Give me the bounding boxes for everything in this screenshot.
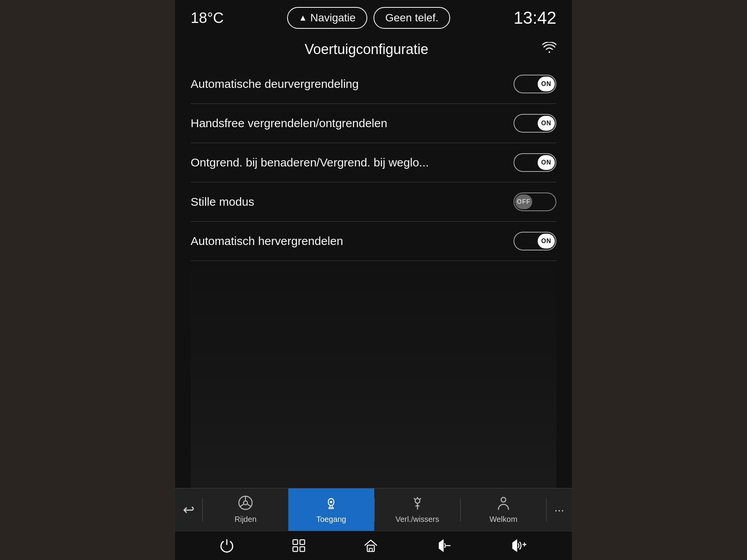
svg-rect-17 xyxy=(293,547,298,551)
svg-rect-16 xyxy=(300,540,305,544)
tab-toegang-label: Toegang xyxy=(316,515,346,524)
setting-row-approach: Ontgrend. bij benaderen/Vergrend. bij we… xyxy=(191,143,556,182)
svg-marker-21 xyxy=(439,540,443,551)
setting-label-approach: Ontgrend. bij benaderen/Vergrend. bij we… xyxy=(191,156,514,169)
clock-display: 13:42 xyxy=(514,8,556,28)
phone-button-label: Geen telef. xyxy=(385,12,438,24)
power-button[interactable] xyxy=(219,538,234,553)
navigation-button[interactable]: ▲ Navigatie xyxy=(287,7,368,29)
svg-rect-7 xyxy=(329,508,333,509)
setting-label-relock: Automatisch hervergrendelen xyxy=(191,234,514,248)
home-button[interactable] xyxy=(363,538,378,553)
svg-marker-23 xyxy=(513,540,517,551)
phone-button[interactable]: Geen telef. xyxy=(374,7,450,29)
toggle-handsfree[interactable]: ON xyxy=(514,114,556,133)
tab-rijden-icon xyxy=(238,495,253,513)
wifi-icon xyxy=(542,42,556,57)
toggle-auto-lock[interactable]: ON xyxy=(514,75,556,93)
tab-rijden-label: Rijden xyxy=(235,515,257,524)
toggle-approach[interactable]: ON xyxy=(514,153,556,172)
svg-point-1 xyxy=(244,501,247,505)
toggle-knob-relock: ON xyxy=(538,234,555,248)
svg-line-4 xyxy=(247,504,251,506)
nav-buttons-group: ▲ Navigatie Geen telef. xyxy=(287,7,451,29)
setting-row-handsfree: Handsfree vergrendelen/ontgrendelen ON xyxy=(191,104,556,143)
more-button[interactable]: ··· xyxy=(547,496,572,523)
toggle-relock[interactable]: ON xyxy=(514,232,556,250)
tab-welkom[interactable]: Welkom xyxy=(461,488,546,531)
svg-point-8 xyxy=(330,501,332,503)
tab-welkom-icon xyxy=(496,495,511,513)
svg-line-11 xyxy=(414,498,415,499)
svg-line-3 xyxy=(240,504,244,506)
toggle-knob-approach: ON xyxy=(538,155,555,170)
top-bar: 18°C ▲ Navigatie Geen telef. 13:42 xyxy=(175,0,572,36)
tab-verl-icon xyxy=(410,495,425,513)
settings-area: Voertuigconfiguratie Automatische deurve… xyxy=(175,36,572,488)
svg-rect-18 xyxy=(300,547,305,551)
svg-line-12 xyxy=(420,498,421,499)
toggle-knob-silent: OFF xyxy=(515,194,532,209)
setting-row-auto-lock: Automatische deurvergrendeling ON xyxy=(191,65,556,104)
main-screen: 18°C ▲ Navigatie Geen telef. 13:42 Voert… xyxy=(175,0,572,560)
volume-up-button[interactable] xyxy=(509,538,528,553)
more-dots-icon: ··· xyxy=(554,503,564,516)
tab-verl-label: Verl./wissers xyxy=(396,515,439,524)
settings-title: Voertuigconfiguratie xyxy=(191,41,542,58)
setting-label-handsfree: Handsfree vergrendelen/ontgrendelen xyxy=(191,117,514,130)
toggle-knob-auto-lock: ON xyxy=(538,77,555,91)
tab-toegang-icon xyxy=(324,495,338,513)
settings-header: Voertuigconfiguratie xyxy=(191,36,556,65)
left-background xyxy=(0,0,175,560)
navigation-arrow-icon: ▲ xyxy=(299,13,307,23)
svg-rect-15 xyxy=(293,540,298,544)
settings-list: Automatische deurvergrendeling ON Handsf… xyxy=(191,65,556,261)
tab-rijden[interactable]: Rijden xyxy=(203,488,288,531)
back-button[interactable]: ↩ xyxy=(175,495,202,525)
right-background xyxy=(572,0,747,560)
setting-row-silent: Stille modus OFF xyxy=(191,182,556,222)
temperature-display: 18°C xyxy=(191,10,224,26)
tab-welkom-label: Welkom xyxy=(489,515,517,524)
setting-label-silent: Stille modus xyxy=(191,195,514,208)
grid-button[interactable] xyxy=(291,538,306,553)
svg-point-14 xyxy=(501,497,506,502)
tab-toegang[interactable]: Toegang xyxy=(288,488,374,531)
volume-down-button[interactable] xyxy=(435,538,452,553)
system-bar xyxy=(175,531,572,560)
navigation-button-label: Navigatie xyxy=(310,12,356,24)
back-arrow-icon: ↩ xyxy=(183,502,195,518)
setting-label-auto-lock: Automatische deurvergrendeling xyxy=(191,77,514,91)
toggle-silent[interactable]: OFF xyxy=(514,192,556,211)
setting-row-relock: Automatisch hervergrendelen ON xyxy=(191,222,556,261)
toggle-knob-handsfree: ON xyxy=(538,116,555,131)
svg-point-9 xyxy=(415,499,420,503)
bottom-tabs: ↩ Rijden xyxy=(175,488,572,531)
reflection-area xyxy=(191,261,556,488)
tab-verl-wissers[interactable]: Verl./wissers xyxy=(375,488,460,531)
